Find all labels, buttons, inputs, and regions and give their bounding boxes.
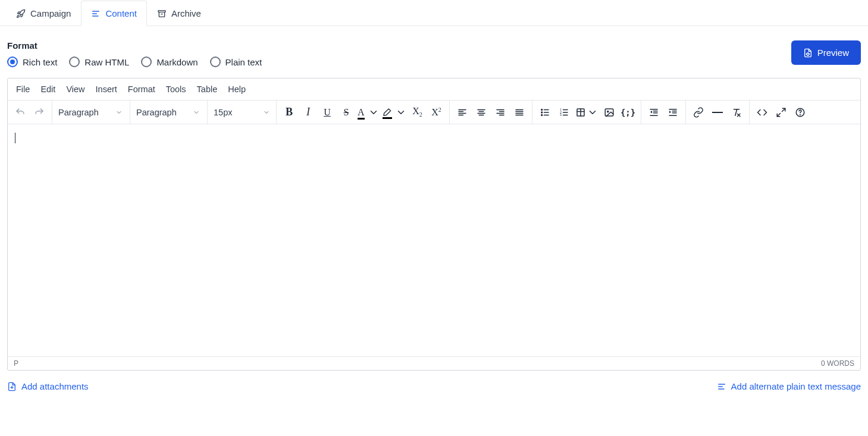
- align-left-button[interactable]: [453, 103, 471, 121]
- rocket-icon: [16, 9, 26, 18]
- table-icon: [575, 107, 586, 118]
- undo-icon: [15, 107, 26, 118]
- code-icon: [757, 107, 767, 118]
- highlight-color-button[interactable]: [381, 103, 408, 121]
- style-format-select[interactable]: Paragraph: [130, 101, 206, 124]
- image-button[interactable]: [600, 103, 618, 121]
- font-size-value: 15px: [214, 108, 232, 117]
- align-right-icon: [495, 107, 506, 118]
- subscript-icon: X2: [412, 106, 422, 118]
- main-tabs: Campaign Content Archive: [0, 0, 868, 26]
- preview-icon: [803, 48, 813, 58]
- menu-insert[interactable]: Insert: [96, 84, 117, 94]
- svg-point-23: [541, 114, 542, 115]
- bullet-list-icon: [540, 107, 550, 118]
- tab-archive[interactable]: Archive: [147, 1, 211, 26]
- code-sample-button[interactable]: {;}: [619, 103, 637, 121]
- indent-button[interactable]: [664, 103, 682, 121]
- menu-file[interactable]: File: [16, 84, 30, 94]
- text-color-icon: A: [358, 107, 365, 118]
- tab-content[interactable]: Content: [81, 1, 147, 26]
- attachment-icon: [7, 382, 17, 391]
- format-label: Format: [7, 40, 262, 51]
- menu-tools[interactable]: Tools: [166, 84, 186, 94]
- table-button[interactable]: [574, 103, 599, 121]
- radio-circle-icon: [69, 57, 80, 67]
- add-alt-text-button[interactable]: Add alternate plain text message: [717, 381, 861, 391]
- tab-campaign[interactable]: Campaign: [6, 1, 81, 26]
- rich-text-editor: File Edit View Insert Format Tools Table…: [7, 78, 861, 371]
- font-size-select[interactable]: 15px: [207, 101, 276, 124]
- highlighter-icon: [383, 108, 392, 117]
- fullscreen-icon: [776, 107, 786, 118]
- underline-icon: U: [324, 107, 331, 118]
- radio-markdown[interactable]: Markdown: [141, 57, 198, 67]
- code-braces-icon: {;}: [621, 108, 635, 117]
- radio-circle-icon: [7, 57, 18, 67]
- radio-raw-html[interactable]: Raw HTML: [69, 57, 129, 67]
- source-code-button[interactable]: [753, 103, 771, 121]
- radio-markdown-label: Markdown: [156, 57, 198, 67]
- help-button[interactable]: [791, 103, 809, 121]
- horizontal-rule-icon: [712, 112, 723, 113]
- editor-statusbar: P 0 WORDS: [8, 356, 860, 370]
- menu-format[interactable]: Format: [128, 84, 155, 94]
- strikethrough-button[interactable]: S: [337, 103, 355, 121]
- menu-view[interactable]: View: [66, 84, 84, 94]
- element-path[interactable]: P: [14, 359, 18, 368]
- tab-campaign-label: Campaign: [30, 8, 71, 18]
- clear-format-button[interactable]: [728, 103, 745, 121]
- superscript-icon: X2: [431, 106, 441, 118]
- svg-text:3: 3: [560, 114, 562, 117]
- link-icon: [693, 107, 704, 118]
- radio-circle-icon: [210, 57, 221, 67]
- undo-button[interactable]: [11, 103, 29, 121]
- chevron-down-icon: [115, 109, 123, 116]
- radio-rich-text[interactable]: Rich text: [7, 57, 57, 67]
- bullet-list-button[interactable]: [536, 103, 554, 121]
- fullscreen-button[interactable]: [772, 103, 790, 121]
- link-button[interactable]: [690, 103, 707, 121]
- add-attachments-label: Add attachments: [21, 381, 89, 391]
- menu-help[interactable]: Help: [228, 84, 246, 94]
- archive-icon: [157, 9, 167, 18]
- subscript-button[interactable]: X2: [409, 103, 427, 121]
- svg-line-49: [777, 113, 780, 116]
- clear-format-icon: [731, 107, 742, 118]
- radio-circle-icon: [141, 57, 152, 67]
- help-icon: [795, 107, 806, 118]
- radio-plain-text[interactable]: Plain text: [210, 57, 262, 67]
- align-right-button[interactable]: [491, 103, 509, 121]
- format-radio-group: Rich text Raw HTML Markdown Plain text: [7, 57, 262, 67]
- text-color-button[interactable]: A: [356, 103, 380, 121]
- chevron-down-icon: [587, 107, 598, 118]
- block-format-select[interactable]: Paragraph: [52, 101, 129, 124]
- radio-raw-html-label: Raw HTML: [84, 57, 129, 67]
- svg-point-37: [607, 111, 608, 112]
- numbered-list-button[interactable]: 123: [555, 103, 573, 121]
- preview-button-label: Preview: [817, 48, 849, 58]
- chevron-down-icon: [368, 107, 379, 118]
- outdent-button[interactable]: [645, 103, 663, 121]
- bold-button[interactable]: B: [280, 103, 298, 121]
- svg-point-51: [800, 114, 800, 115]
- horizontal-rule-button[interactable]: [709, 103, 726, 121]
- indent-icon: [668, 107, 678, 118]
- numbered-list-icon: 123: [559, 107, 569, 118]
- svg-point-21: [541, 109, 542, 110]
- tab-archive-label: Archive: [171, 8, 201, 18]
- bold-icon: B: [286, 106, 293, 118]
- menu-edit[interactable]: Edit: [40, 84, 55, 94]
- superscript-button[interactable]: X2: [428, 103, 446, 121]
- align-justify-button[interactable]: [510, 103, 528, 121]
- editor-content-area[interactable]: [8, 124, 860, 356]
- menu-table[interactable]: Table: [197, 84, 218, 94]
- radio-rich-text-label: Rich text: [23, 57, 57, 67]
- underline-button[interactable]: U: [318, 103, 336, 121]
- redo-button[interactable]: [30, 103, 48, 121]
- add-attachments-button[interactable]: Add attachments: [7, 381, 89, 391]
- italic-button[interactable]: I: [299, 103, 317, 121]
- preview-button[interactable]: Preview: [791, 40, 861, 65]
- chevron-down-icon: [263, 109, 270, 116]
- align-center-button[interactable]: [472, 103, 490, 121]
